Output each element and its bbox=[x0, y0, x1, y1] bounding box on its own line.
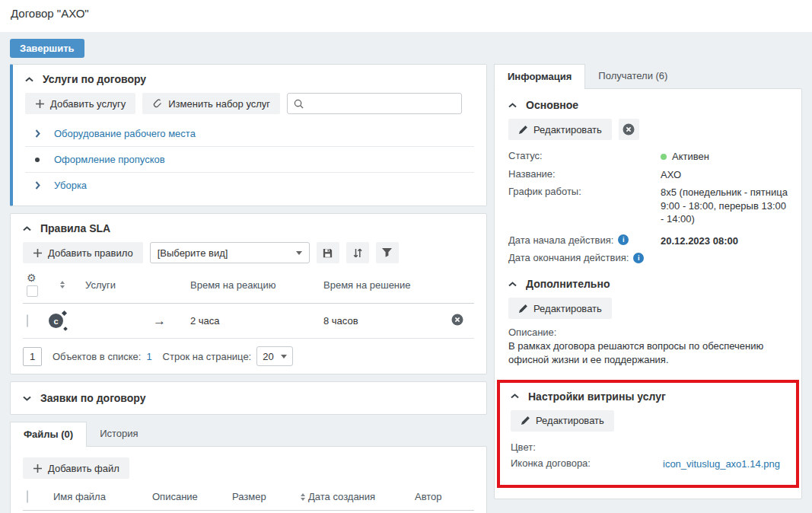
tab-history[interactable]: История bbox=[87, 422, 151, 446]
chevron-up-icon bbox=[23, 226, 31, 231]
list-item: Оборудование рабочего места bbox=[25, 121, 474, 147]
sla-rule-type-icon: c bbox=[49, 314, 63, 328]
field-contract-icon: Иконка договора: icon_vituslug_axo1.14.p… bbox=[511, 455, 785, 473]
showcase-section-highlight: Настройки витрины услуг Редактировать Цв… bbox=[497, 380, 799, 489]
edit-service-set-button[interactable]: Изменить набор услуг bbox=[142, 93, 280, 114]
field-end-date: Дата окончания действия: i bbox=[508, 250, 788, 266]
finish-button[interactable]: Завершить bbox=[10, 39, 84, 58]
row-checkbox[interactable] bbox=[27, 314, 28, 327]
description-label: Описание: bbox=[508, 327, 788, 338]
tab-information[interactable]: Информация bbox=[494, 64, 585, 89]
sla-panel-header[interactable]: Правила SLA bbox=[23, 222, 474, 234]
requests-panel: Заявки по договору bbox=[10, 381, 487, 415]
main-section-title: Основное bbox=[526, 99, 578, 111]
rows-per-page-label: Строк на странице: bbox=[163, 351, 252, 362]
files-panel: Добавить файл Имя файла Описание Размер … bbox=[10, 446, 487, 513]
page-number-button[interactable]: 1 bbox=[23, 347, 42, 366]
field-status: Статус: Активен bbox=[508, 148, 788, 166]
circle-x-icon bbox=[451, 314, 463, 326]
services-search[interactable] bbox=[287, 93, 462, 114]
information-panel: Основное Редактировать Статус: bbox=[494, 88, 802, 499]
main-section-header[interactable]: Основное bbox=[508, 99, 788, 111]
sla-panel-title: Правила SLA bbox=[40, 222, 110, 234]
field-schedule: График работы: 8x5 (понедельник - пятниц… bbox=[508, 183, 788, 228]
reaction-time-cell: 2 часа bbox=[190, 315, 323, 327]
info-icon[interactable]: i bbox=[633, 253, 644, 263]
column-header[interactable]: Автор bbox=[415, 491, 474, 502]
chevron-up-icon bbox=[25, 77, 33, 82]
column-header[interactable]: Время на решение bbox=[323, 279, 451, 291]
chevron-up-icon bbox=[508, 282, 517, 287]
services-panel: Услуги по договору Добавить услугу Измен… bbox=[10, 64, 487, 206]
chevron-right-icon[interactable] bbox=[33, 181, 42, 190]
description-text: В рамках договора решаются вопросы по об… bbox=[508, 339, 788, 367]
objects-count-label: Объектов в списке: bbox=[53, 351, 141, 362]
field-name: Название: АХО bbox=[508, 166, 788, 184]
service-link[interactable]: Оформление пропусков bbox=[54, 154, 165, 165]
showcase-section-title: Настройки витрины услуг bbox=[528, 390, 666, 403]
page-title: Договор "АХО" bbox=[11, 7, 801, 20]
service-link[interactable]: Уборка bbox=[54, 180, 87, 191]
column-header[interactable]: Размер bbox=[232, 491, 301, 502]
field-start-date: Дата начала действия: i 20.12.2023 08:00 bbox=[508, 232, 788, 250]
status-dot bbox=[661, 154, 667, 160]
edit-additional-button[interactable]: Редактировать bbox=[508, 298, 612, 319]
pencil-icon bbox=[518, 304, 528, 314]
view-select[interactable]: [Выберите вид] bbox=[150, 242, 310, 263]
plus-icon bbox=[35, 99, 45, 109]
column-header[interactable]: Имя файла bbox=[53, 491, 152, 502]
showcase-section-header[interactable]: Настройки витрины услуг bbox=[511, 390, 785, 403]
files-table-header: Имя файла Описание Размер Дата создания … bbox=[23, 491, 474, 511]
paperclip-icon bbox=[152, 98, 163, 109]
services-search-input[interactable] bbox=[308, 98, 455, 110]
gear-icon[interactable]: ⚙ bbox=[27, 272, 37, 283]
tab-recipients[interactable]: Получатели (6) bbox=[585, 64, 680, 88]
column-header[interactable]: Время на реакцию bbox=[190, 279, 323, 291]
additional-section: Дополнительно Редактировать Описание: В … bbox=[508, 278, 788, 367]
filter-icon bbox=[381, 247, 393, 258]
pencil-icon bbox=[521, 416, 530, 425]
sort-icon[interactable] bbox=[49, 281, 76, 288]
sort-icon[interactable] bbox=[301, 493, 305, 501]
services-panel-title: Услуги по договору bbox=[43, 73, 146, 85]
delete-rule-button[interactable] bbox=[451, 314, 463, 326]
edit-showcase-button[interactable]: Редактировать bbox=[511, 410, 614, 432]
table-row: c → 2 часа 8 часов bbox=[23, 304, 474, 339]
sla-pagination: 1 Объектов в списке: 1 Строк на странице… bbox=[23, 346, 474, 366]
add-rule-button[interactable]: Добавить правило bbox=[23, 242, 143, 263]
tab-files[interactable]: Файлы (0) bbox=[10, 422, 87, 447]
select-all-checkbox[interactable] bbox=[27, 285, 38, 297]
add-service-button[interactable]: Добавить услугу bbox=[25, 93, 135, 114]
additional-section-header[interactable]: Дополнительно bbox=[508, 278, 788, 290]
main-section: Основное Редактировать Статус: bbox=[508, 99, 788, 266]
contract-icon-link[interactable]: icon_vituslug_axo1.14.png bbox=[663, 458, 780, 470]
column-header[interactable]: Описание bbox=[152, 491, 232, 502]
save-view-button[interactable] bbox=[317, 242, 339, 263]
bullet-icon bbox=[33, 158, 42, 162]
chevron-up-icon bbox=[508, 103, 517, 108]
sort-button[interactable] bbox=[346, 242, 369, 263]
services-panel-header[interactable]: Услуги по договору bbox=[25, 73, 474, 85]
service-link[interactable]: Оборудование рабочего места bbox=[54, 128, 196, 139]
content: Завершить Услуги по договору Добавить ус… bbox=[0, 32, 812, 513]
search-icon bbox=[294, 99, 304, 109]
circle-x-icon bbox=[623, 123, 635, 135]
column-header[interactable]: Дата создания bbox=[308, 491, 375, 502]
pencil-icon bbox=[518, 125, 528, 135]
select-all-checkbox[interactable] bbox=[27, 490, 28, 503]
chevron-right-icon[interactable] bbox=[33, 129, 42, 138]
info-icon[interactable]: i bbox=[618, 234, 629, 245]
rows-per-page-select[interactable]: 20 bbox=[256, 346, 293, 366]
plus-icon bbox=[33, 248, 43, 258]
sort-arrows-icon bbox=[352, 247, 363, 259]
sla-table-header: ⚙ Услуги Время на реакцию Время на решен… bbox=[23, 272, 474, 304]
requests-panel-header[interactable]: Заявки по договору bbox=[23, 392, 474, 404]
services-list: Оборудование рабочего места Оформление п… bbox=[25, 121, 474, 198]
close-contract-button[interactable] bbox=[619, 119, 639, 140]
edit-main-button[interactable]: Редактировать bbox=[508, 119, 612, 140]
objects-count-value: 1 bbox=[146, 351, 151, 362]
sla-panel: Правила SLA Добавить правило [Выберите в… bbox=[10, 213, 487, 374]
filter-button[interactable] bbox=[376, 242, 399, 263]
add-file-button[interactable]: Добавить файл bbox=[23, 457, 129, 479]
column-header[interactable]: Услуги bbox=[76, 279, 190, 291]
